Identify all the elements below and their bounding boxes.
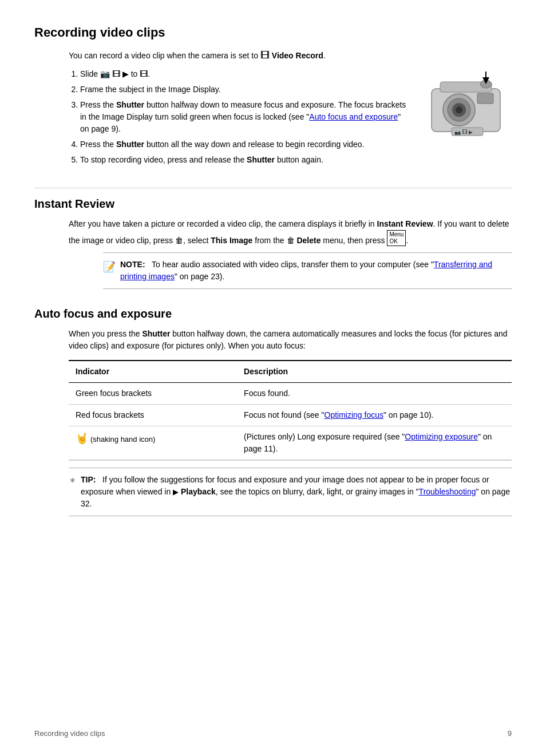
recording-section: Recording video clips You can record a v… [34, 23, 512, 172]
indicator-red: Red focus brackets [69, 405, 237, 426]
indicator-header: Indicator [69, 361, 237, 383]
troubleshooting-link[interactable]: Troubleshooting [419, 487, 476, 496]
transfer-link[interactable]: Transferring and printing images [120, 260, 492, 281]
focus-table-header-row: Indicator Description [69, 361, 512, 383]
svg-rect-10 [477, 93, 493, 104]
recording-intro: You can record a video clip when the cam… [69, 49, 409, 62]
focus-table-body: Green focus brackets Focus found. Red fo… [69, 383, 512, 461]
step-2: Frame the subject in the Image Display. [80, 84, 409, 96]
video-icon-small: 🎞 [112, 69, 120, 78]
step-5: To stop recording video, press and relea… [80, 154, 409, 166]
auto-focus-section: Auto focus and exposure When you press t… [34, 305, 512, 516]
footer-page-number: 9 [508, 728, 512, 739]
auto-focus-link[interactable]: Auto focus and exposure [309, 112, 398, 121]
table-row-shake: 🤘 (shaking hand icon) (Pictures only) Lo… [69, 426, 512, 461]
description-red: Focus not found (see "Optimizing focus" … [237, 405, 512, 426]
instant-review-text: After you have taken a picture or record… [69, 218, 512, 247]
svg-point-6 [480, 80, 492, 88]
shaking-hand-icon: 🤘 [76, 431, 88, 446]
page-footer: Recording video clips 9 [0, 728, 546, 739]
svg-text:📷 🎞 ▶: 📷 🎞 ▶ [454, 129, 473, 136]
description-shake: (Pictures only) Long exposure required (… [237, 426, 512, 461]
trash-icon: 🗑 [175, 236, 183, 245]
description-header: Description [237, 361, 512, 383]
playback-icon-tip: ▶ [173, 488, 179, 496]
camera-svg-image: 📷 🎞 ▶ [420, 54, 512, 146]
tip-icon: ✶ [69, 474, 76, 488]
recording-title: Recording video clips [34, 23, 512, 42]
footer-section-label: Recording video clips [34, 728, 105, 739]
shutter-bold-3: Shutter [247, 155, 275, 164]
recording-content: You can record a video clip when the cam… [34, 49, 512, 172]
recording-steps-list: Slide 📷 🎞 ▶ to 🎞. Frame the subject in t… [80, 68, 409, 166]
tip-label: TIP: [81, 475, 96, 484]
focus-table: Indicator Description Green focus bracke… [69, 360, 512, 461]
step-3: Press the Shutter button halfway down to… [80, 99, 409, 135]
description-green: Focus found. [237, 383, 512, 405]
note-label: NOTE: [120, 260, 145, 269]
step-4: Press the Shutter button all the way dow… [80, 138, 409, 151]
auto-focus-body: When you press the Shutter button halfwa… [69, 328, 512, 516]
instant-review-bold: Instant Review [377, 219, 433, 228]
indicator-green: Green focus brackets [69, 383, 237, 405]
this-image-bold: This Image [211, 236, 252, 245]
playback-bold: Playback [181, 487, 216, 496]
recording-text-block: You can record a video clip when the cam… [34, 49, 409, 172]
camera-illustration: 📷 🎞 ▶ [420, 54, 512, 149]
note-text: NOTE: To hear audio associated with vide… [120, 259, 512, 283]
tip-box: ✶ TIP: If you follow the suggestions for… [69, 468, 512, 516]
delete-bold: Delete [296, 236, 321, 245]
table-row-red: Red focus brackets Focus not found (see … [69, 405, 512, 426]
auto-focus-intro: When you press the Shutter button halfwa… [69, 328, 512, 352]
video-mode-icon: 🎞 [260, 50, 270, 60]
section-divider-1 [34, 188, 512, 188]
instant-review-section: Instant Review After you have taken a pi… [34, 188, 512, 289]
tip-text: TIP: If you follow the suggestions for f… [81, 474, 512, 510]
table-row-green: Green focus brackets Focus found. [69, 383, 512, 405]
instant-review-body: After you have taken a picture or record… [69, 218, 512, 289]
instant-review-title: Instant Review [34, 195, 512, 212]
video-record-label: Video Record [272, 51, 323, 60]
playback-icon-small: ▶ [122, 69, 129, 78]
svg-point-5 [456, 106, 462, 113]
auto-focus-title: Auto focus and exposure [34, 305, 512, 322]
shutter-bold-1: Shutter [116, 100, 144, 109]
optimizing-focus-link[interactable]: Optimizing focus [325, 410, 383, 419]
indicator-shake: 🤘 (shaking hand icon) [69, 426, 237, 461]
trash-icon-2: 🗑 [287, 236, 295, 245]
optimizing-exposure-link[interactable]: Optimizing exposure [405, 432, 478, 441]
shutter-bold-2: Shutter [116, 140, 144, 149]
shaking-hand-label: (shaking hand icon) [90, 435, 155, 444]
shutter-bold-4: Shutter [142, 329, 170, 338]
note-icon: 📝 [103, 259, 116, 275]
video-icon-small2: 🎞 [140, 69, 148, 78]
step-1: Slide 📷 🎞 ▶ to 🎞. [80, 68, 409, 80]
note-box: 📝 NOTE: To hear audio associated with vi… [103, 252, 512, 289]
camera-icon: 📷 [100, 69, 110, 78]
focus-table-header: Indicator Description [69, 361, 512, 383]
menu-ok-button: MenuOK [387, 230, 406, 246]
